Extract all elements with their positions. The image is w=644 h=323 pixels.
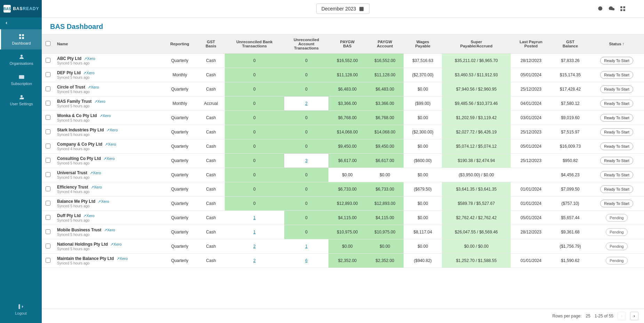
xero-link[interactable]: ↗Xero	[100, 114, 111, 118]
status-button[interactable]: Ready To Start	[600, 185, 633, 193]
sync-info: Synced 5 hours ago	[57, 161, 160, 165]
xero-link[interactable]: ↗Xero	[88, 85, 99, 89]
status-button[interactable]: Ready To Start	[600, 171, 633, 179]
unreconciled-account-link[interactable]: 3	[305, 158, 308, 163]
select-all-checkbox[interactable]	[46, 41, 50, 46]
unreconciled-bank-link[interactable]: 1	[253, 215, 256, 220]
row-paygw-bas-cell: $4,115.00	[328, 211, 366, 225]
row-gst-basis-cell: Cash	[197, 168, 225, 182]
row-checkbox[interactable]	[46, 258, 50, 263]
row-checkbox[interactable]	[46, 115, 50, 120]
row-unreconciled-bank-cell: 0	[225, 125, 284, 139]
row-status-cell: Ready To Start	[589, 54, 644, 68]
xero-link[interactable]: ↗Xero	[106, 128, 118, 132]
menu-icon[interactable]	[631, 6, 637, 12]
search-icon[interactable]	[597, 6, 604, 12]
status-button[interactable]: Ready To Start	[600, 157, 633, 164]
sidebar-item-user-settings[interactable]: User Settings	[0, 90, 42, 110]
xero-link[interactable]: ↗Xero	[94, 99, 105, 103]
row-checkbox[interactable]	[46, 229, 50, 234]
unreconciled-account-link[interactable]: 2	[305, 101, 308, 106]
row-checkbox-cell	[42, 168, 54, 182]
row-checkbox[interactable]	[46, 101, 50, 106]
xero-link[interactable]: ↗Xero	[91, 185, 102, 189]
row-reporting-cell: Quarterly	[162, 111, 197, 125]
status-button[interactable]: Ready To Start	[600, 143, 633, 150]
xero-link[interactable]: ↗Xero	[117, 256, 128, 261]
row-unreconciled-bank-cell: 0	[225, 197, 284, 211]
sidebar-item-subscription[interactable]: Subscription	[0, 70, 42, 90]
unreconciled-bank-link[interactable]: 1	[253, 230, 256, 234]
xero-link[interactable]: ↗Xero	[84, 56, 95, 61]
row-checkbox[interactable]	[46, 129, 50, 134]
row-checkbox[interactable]	[46, 186, 50, 191]
status-button[interactable]: Ready To Start	[600, 71, 633, 79]
logo-text: BASREADY	[13, 6, 39, 11]
row-checkbox[interactable]	[46, 201, 50, 206]
xero-link[interactable]: ↗Xero	[103, 156, 114, 161]
row-unreconciled-bank-cell: 1	[225, 211, 284, 225]
row-paygw-account-cell: $11,128.00	[366, 68, 404, 82]
sidebar-item-logout[interactable]: Logout	[0, 299, 42, 320]
row-wages-payable-cell: $0.00	[404, 139, 442, 154]
row-checkbox[interactable]	[46, 72, 50, 77]
unreconciled-account-link[interactable]: 1	[305, 244, 308, 249]
row-checkbox[interactable]	[46, 172, 50, 177]
sync-info: Synced 5 hours ago	[57, 104, 160, 108]
row-wages-payable-cell: $0.00	[404, 197, 442, 211]
col-header-gst-balance: GSTBalance	[551, 34, 589, 54]
xero-link[interactable]: ↗Xero	[105, 142, 116, 146]
date-picker[interactable]: December 2023	[316, 3, 370, 14]
status-button[interactable]: Pending	[606, 257, 627, 264]
row-checkbox-cell	[42, 54, 54, 68]
table-row: National Holdings Pty Ltd ↗XeroSynced 5 …	[42, 239, 644, 254]
xero-link[interactable]: ↗Xero	[83, 214, 94, 218]
pagination-prev-button[interactable]: ‹	[618, 312, 626, 320]
grid-icon[interactable]	[620, 6, 626, 12]
row-checkbox[interactable]	[46, 244, 50, 248]
sidebar-item-organisations[interactable]: Organisations	[0, 49, 42, 70]
status-button[interactable]: Ready To Start	[600, 85, 633, 93]
row-status-cell: Ready To Start	[589, 139, 644, 154]
sync-info: Synced 5 hours ago	[57, 218, 160, 222]
row-checkbox[interactable]	[46, 58, 50, 63]
row-checkbox[interactable]	[46, 158, 50, 163]
status-button[interactable]: Pending	[606, 214, 627, 222]
row-checkbox[interactable]	[46, 144, 50, 148]
row-super-payable-cell: $5,074.12 / $5,074.12	[442, 139, 511, 154]
xero-link[interactable]: ↗Xero	[83, 71, 94, 75]
unreconciled-bank-link[interactable]: 2	[253, 258, 256, 263]
status-button[interactable]: Pending	[606, 228, 627, 236]
status-button[interactable]: Ready To Start	[600, 200, 633, 207]
row-checkbox[interactable]	[46, 86, 50, 91]
org-name: Company & Co Pty Ltd ↗Xero	[57, 142, 160, 147]
row-checkbox-cell	[42, 254, 54, 268]
xero-link[interactable]: ↗Xero	[98, 199, 109, 203]
sidebar-collapse-button[interactable]	[0, 17, 42, 29]
xero-link[interactable]: ↗Xero	[90, 171, 101, 175]
unreconciled-bank-link[interactable]: 2	[253, 244, 256, 249]
status-button[interactable]: Ready To Start	[600, 114, 633, 122]
row-checkbox-cell	[42, 197, 54, 211]
row-gst-basis-cell: Accrual	[197, 97, 225, 111]
pagination-next-button[interactable]: ›	[630, 312, 638, 320]
status-button[interactable]: Ready To Start	[600, 57, 633, 64]
row-status-cell: Ready To Start	[589, 111, 644, 125]
row-unreconciled-account-cell: 3	[284, 154, 329, 168]
xero-link[interactable]: ↗Xero	[104, 228, 115, 232]
table-container[interactable]: Name Reporting GSTBasis Unreconciled Ban…	[42, 34, 644, 309]
row-gst-basis-cell: Cash	[197, 211, 225, 225]
row-unreconciled-account-cell: 6	[284, 254, 329, 268]
row-paygw-account-cell: $12,893.00	[366, 197, 404, 211]
row-checkbox[interactable]	[46, 215, 50, 220]
upload-icon[interactable]	[609, 6, 615, 12]
row-checkbox-cell	[42, 68, 54, 82]
status-button[interactable]: Ready To Start	[600, 128, 633, 136]
row-last-payrun-cell: 25/12/2023	[511, 154, 551, 168]
status-button[interactable]: Ready To Start	[600, 100, 633, 107]
row-wages-payable-cell: ($2,300.00)	[404, 125, 442, 139]
status-button[interactable]: Pending	[606, 243, 627, 250]
unreconciled-account-link[interactable]: 6	[305, 258, 308, 263]
sidebar-item-dashboard[interactable]: Dashboard	[0, 29, 42, 49]
xero-link[interactable]: ↗Xero	[110, 242, 121, 246]
